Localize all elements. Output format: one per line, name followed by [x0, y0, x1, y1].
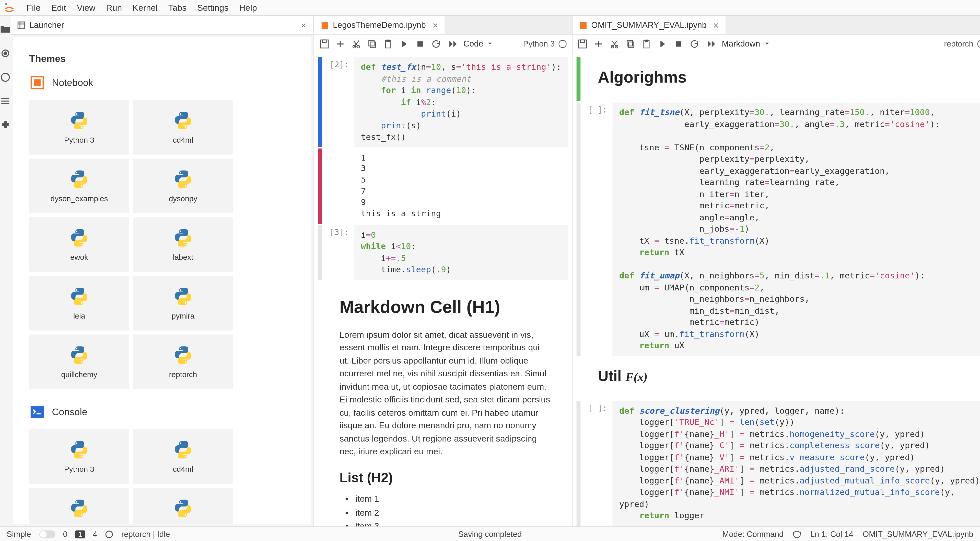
status-icon[interactable]: [105, 530, 113, 538]
stop-icon[interactable]: [674, 39, 683, 48]
cell-type-dropdown[interactable]: Markdown: [722, 39, 770, 48]
kernel-card[interactable]: ewok: [29, 217, 129, 272]
paste-icon[interactable]: [642, 39, 651, 48]
menu-edit[interactable]: Edit: [46, 1, 72, 14]
code-input[interactable]: def fit_tsne(X, perplexity=30., learning…: [612, 102, 980, 355]
code-cell[interactable]: [3]: i=0 while i<10: i+=.5 time.sleep(.9…: [318, 225, 568, 280]
notebook-tab[interactable]: LegosThemeDemo.ipynb ×: [314, 16, 445, 34]
stop-icon[interactable]: [415, 39, 425, 48]
svg-point-23: [81, 302, 83, 304]
svg-point-27: [81, 361, 83, 362]
menu-view[interactable]: View: [72, 1, 101, 14]
kernel-card[interactable]: cd4ml: [133, 429, 233, 484]
kernel-card[interactable]: Python 3: [29, 429, 129, 484]
kernel-card[interactable]: dyson_examples: [29, 158, 129, 213]
markdown-cell[interactable]: Algorighms: [577, 57, 980, 101]
launcher-tab[interactable]: Launcher ×: [11, 16, 314, 34]
status-badge[interactable]: 1: [75, 530, 85, 538]
svg-rect-55: [628, 41, 634, 47]
menu-kernel[interactable]: Kernel: [127, 1, 163, 14]
kernel-card[interactable]: Python 3: [29, 100, 129, 155]
notebook-toolbar: Code Python 3: [314, 35, 572, 53]
copy-icon[interactable]: [626, 39, 635, 48]
kernel-name[interactable]: reptorch: [944, 39, 974, 48]
kernel-label: dyson_examples: [51, 195, 108, 203]
kernel-status[interactable]: reptorch | Idle: [121, 529, 170, 538]
notebook-tab[interactable]: OMIT_SUMMARY_EVAL.ipynb ×: [573, 16, 726, 34]
close-icon[interactable]: ×: [433, 20, 438, 30]
kernel-card[interactable]: quillchemy: [29, 334, 129, 389]
menu-tabs[interactable]: Tabs: [163, 1, 192, 14]
restart-run-icon[interactable]: [706, 39, 715, 48]
code-input[interactable]: def score_clustering(y, ypred, logger, n…: [612, 401, 980, 527]
notebook-trusted-icon[interactable]: [793, 530, 801, 538]
kernel-label: pymira: [172, 312, 195, 320]
code-cell[interactable]: [ ]: def fit_tsne(X, perplexity=30., lea…: [577, 102, 980, 355]
kernel-card[interactable]: reptorch: [133, 334, 233, 389]
notebook-panel-right: OMIT_SUMMARY_EVAL.ipynb × Markdown repto…: [573, 16, 980, 527]
run-icon[interactable]: [658, 39, 667, 48]
restart-icon[interactable]: [690, 39, 699, 48]
add-cell-icon[interactable]: [594, 39, 603, 48]
commands-icon[interactable]: [0, 72, 11, 83]
svg-point-2: [4, 52, 6, 54]
toc-icon[interactable]: [0, 96, 11, 107]
cut-icon[interactable]: [352, 39, 361, 48]
svg-rect-9: [34, 79, 41, 86]
kernel-card[interactable]: cd4ml: [133, 100, 233, 155]
kernel-card[interactable]: leia: [29, 276, 129, 330]
menu-file[interactable]: File: [21, 1, 46, 14]
menu-help[interactable]: Help: [234, 1, 262, 14]
running-icon[interactable]: [0, 48, 11, 59]
cell-prompt: [3]:: [322, 225, 354, 280]
paste-icon[interactable]: [383, 39, 393, 48]
close-icon[interactable]: ×: [713, 20, 719, 30]
svg-point-35: [76, 501, 77, 503]
cell-type-dropdown[interactable]: Code: [463, 39, 493, 48]
extension-icon[interactable]: [0, 120, 11, 131]
menu-settings[interactable]: Settings: [192, 1, 234, 14]
markdown-cell[interactable]: Markdown Cell (H1) Lorem ipsum dolor sit…: [318, 281, 568, 527]
md-h2: Util F(x): [598, 367, 969, 385]
svg-point-38: [185, 514, 186, 516]
close-icon[interactable]: ×: [301, 20, 306, 30]
svg-rect-7: [18, 22, 24, 29]
kernel-name[interactable]: Python 3: [523, 39, 555, 48]
launcher-panel: Launcher × Themes Notebook Python 3cd4ml…: [11, 16, 314, 527]
kernel-status-icon[interactable]: [977, 40, 980, 48]
tab-bar: LegosThemeDemo.ipynb ×: [314, 16, 572, 35]
svg-point-34: [185, 456, 186, 457]
simple-mode-toggle[interactable]: [39, 530, 55, 538]
save-icon[interactable]: [320, 39, 329, 48]
menu-run[interactable]: Run: [101, 1, 127, 14]
code-cell[interactable]: [ ]: def score_clustering(y, ypred, logg…: [577, 401, 980, 527]
folder-icon[interactable]: [0, 24, 11, 35]
svg-rect-49: [580, 22, 587, 29]
code-cell[interactable]: [2]: def test_fx(n=10, s='this is a stri…: [318, 57, 568, 147]
restart-run-icon[interactable]: [447, 39, 457, 48]
kernel-card[interactable]: dyson_examples: [29, 488, 129, 524]
markdown-cell[interactable]: Util F(x): [577, 357, 980, 400]
kernel-card[interactable]: dysonpy: [133, 488, 233, 524]
restart-icon[interactable]: [431, 39, 441, 48]
cut-icon[interactable]: [610, 39, 619, 48]
code-input[interactable]: i=0 while i<10: i+=.5 time.sleep(.9): [354, 225, 568, 280]
svg-rect-46: [385, 40, 391, 48]
cell-gutter: [577, 102, 581, 355]
svg-rect-44: [369, 40, 374, 46]
kernel-label: cd4ml: [173, 465, 193, 473]
kernel-status-icon[interactable]: [559, 40, 566, 48]
kernel-card[interactable]: pymira: [133, 276, 233, 330]
code-input[interactable]: def test_fx(n=10, s='this is a string'):…: [354, 57, 568, 147]
kernel-card[interactable]: dysonpy: [133, 158, 233, 213]
kernel-card[interactable]: labext: [133, 217, 233, 272]
svg-point-28: [180, 348, 181, 349]
python-logo-icon: [173, 228, 193, 248]
svg-point-37: [180, 501, 181, 503]
svg-rect-45: [370, 41, 375, 47]
copy-icon[interactable]: [368, 39, 377, 48]
add-cell-icon[interactable]: [336, 39, 345, 48]
save-icon[interactable]: [578, 39, 587, 48]
python-logo-icon: [69, 228, 89, 248]
run-icon[interactable]: [399, 39, 409, 48]
